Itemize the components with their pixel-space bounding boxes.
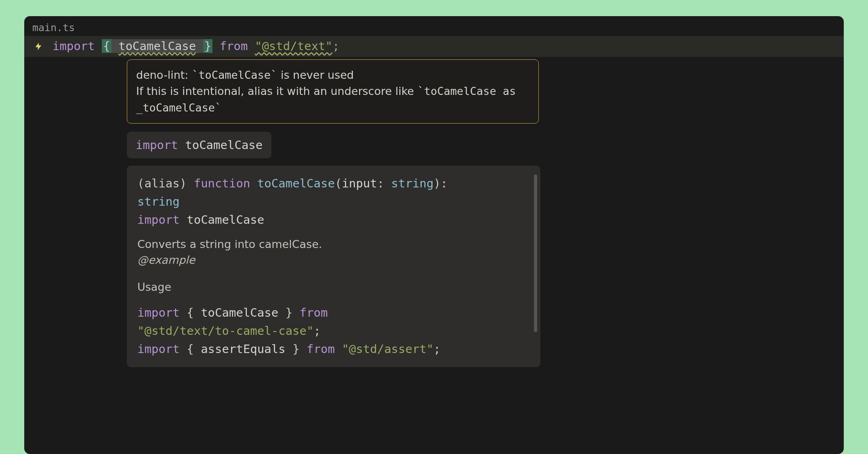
doc-import-decl: import toCamelCase (137, 211, 530, 229)
completion-keyword: import (136, 138, 178, 152)
hover-popups: deno-lint: `toCamelCase` is never used I… (24, 57, 844, 367)
doc-example-line-1: import { toCamelCase } from"@std/text/to… (137, 304, 530, 340)
documentation-popup[interactable]: (alias) function toCamelCase(input: stri… (127, 166, 540, 367)
doc-example-tag: @example (137, 254, 530, 266)
doc-example-line-2: import { assertEquals } from "@std/asser… (137, 340, 530, 358)
doc-signature: (alias) function toCamelCase(input: stri… (137, 174, 530, 211)
semicolon: ; (332, 39, 339, 53)
selected-symbol[interactable]: toCamelCase (111, 39, 203, 53)
lint-diagnostic[interactable]: deno-lint: `toCamelCase` is never used I… (127, 59, 539, 124)
brace-open: { (102, 39, 111, 53)
lint-line-2: If this is intentional, alias it with an… (136, 83, 530, 116)
editor-window: main.ts import { toCamelCase } from "@st… (24, 16, 844, 454)
gutter (24, 41, 53, 52)
tab-bar: main.ts (24, 16, 844, 36)
code-line-row[interactable]: import { toCamelCase } from "@std/text"; (24, 36, 844, 57)
keyword-import: import (53, 39, 95, 53)
doc-usage-heading: Usage (137, 281, 530, 293)
completion-item[interactable]: import toCamelCase (127, 132, 271, 158)
keyword-from: from (220, 39, 248, 53)
symbol-toCamelCase: toCamelCase (118, 39, 196, 53)
string-module: "@std/text" (255, 39, 332, 53)
code-line[interactable]: import { toCamelCase } from "@std/text"; (53, 38, 339, 55)
lint-line-1: deno-lint: `toCamelCase` is never used (136, 67, 530, 84)
brace-close: } (203, 39, 212, 53)
scrollbar[interactable] (534, 174, 537, 332)
completion-name: toCamelCase (185, 138, 263, 152)
doc-description: Converts a string into camelCase. (137, 238, 530, 250)
tab-main-ts[interactable]: main.ts (32, 22, 75, 34)
bolt-icon (34, 41, 43, 52)
